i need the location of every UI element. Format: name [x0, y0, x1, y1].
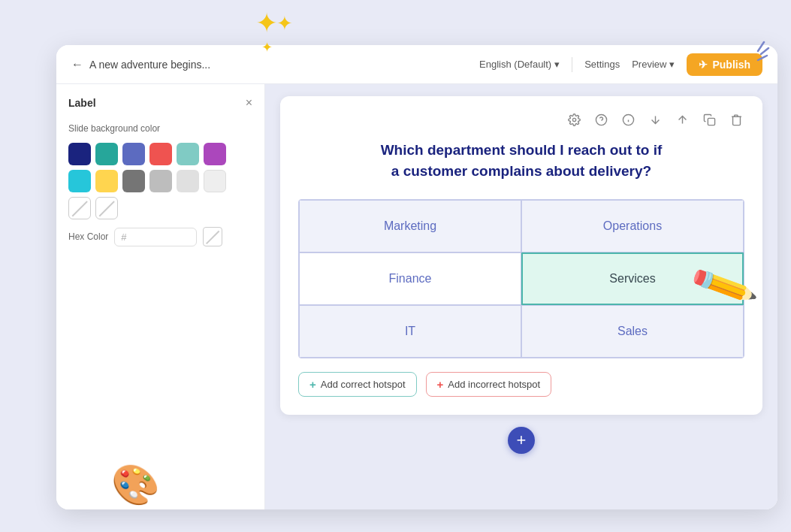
- add-correct-hotspot-button[interactable]: + Add correct hotspot: [298, 372, 417, 397]
- color-swatch-purple[interactable]: [204, 143, 226, 165]
- svg-point-3: [572, 118, 575, 121]
- hotspot-cell-operations[interactable]: Operations: [521, 200, 744, 252]
- content-area: Which department should I reach out to i…: [265, 84, 777, 509]
- color-swatch-red-pink[interactable]: [149, 143, 172, 165]
- color-swatch-teal[interactable]: [95, 143, 118, 165]
- header: ← A new adventure begins... English (Def…: [56, 45, 777, 84]
- move-up-icon[interactable]: [674, 111, 690, 128]
- move-down-icon[interactable]: [647, 111, 663, 128]
- sidebar-title: Label: [68, 97, 96, 109]
- settings-link[interactable]: Settings: [584, 59, 620, 70]
- color-swatch-medium-blue[interactable]: [122, 143, 145, 165]
- info-icon[interactable]: [620, 111, 636, 128]
- add-incorrect-hotspot-button[interactable]: + Add incorrect hotspot: [426, 372, 552, 397]
- color-swatch-near-white[interactable]: [204, 170, 226, 192]
- color-swatch-yellow[interactable]: [95, 170, 118, 192]
- hotspot-cell-it[interactable]: IT: [299, 305, 521, 358]
- svg-rect-11: [708, 118, 714, 125]
- hotspot-cell-sales[interactable]: Sales: [521, 305, 744, 358]
- help-icon[interactable]: [593, 111, 609, 128]
- plus-icon-correct: +: [309, 378, 316, 391]
- slide-toolbar: [298, 111, 744, 128]
- delete-icon[interactable]: [728, 111, 744, 128]
- close-button[interactable]: ×: [246, 96, 252, 110]
- color-swatch-cyan[interactable]: [68, 170, 91, 192]
- hotspot-cell-finance[interactable]: Finance: [299, 252, 521, 305]
- plus-icon-incorrect: +: [437, 378, 444, 391]
- add-correct-label: Add correct hotspot: [321, 379, 406, 390]
- decoration-stars: ✦: [255, 8, 278, 39]
- settings-icon[interactable]: [566, 111, 582, 128]
- color-swatch-light-teal[interactable]: [177, 143, 199, 165]
- body: Label × Slide background color: [56, 84, 777, 509]
- color-swatch-very-light-gray[interactable]: [177, 170, 199, 192]
- header-left: ← A new adventure begins...: [71, 58, 210, 71]
- slide-card: Which department should I reach out to i…: [280, 96, 762, 415]
- hotspot-cell-marketing[interactable]: Marketing: [299, 200, 521, 252]
- hex-input-wrapper: #: [114, 228, 196, 246]
- decoration-star-2: ✦: [276, 12, 293, 35]
- hex-input[interactable]: [130, 231, 190, 243]
- back-button[interactable]: ←: [71, 58, 83, 71]
- page-title: A new adventure begins...: [89, 59, 210, 71]
- hotspot-buttons: + Add correct hotspot + Add incorrect ho…: [298, 372, 744, 397]
- header-right: English (Default) ▾ Settings Preview ▾ ✈…: [479, 53, 762, 76]
- hex-hash: #: [121, 231, 126, 243]
- publish-button[interactable]: ✈ Publish: [687, 53, 762, 76]
- question-text: Which department should I reach out to i…: [298, 140, 744, 181]
- color-swatch-transparent-1[interactable]: [68, 197, 91, 219]
- preview-button[interactable]: Preview ▾: [632, 59, 675, 70]
- publish-icon: ✈: [699, 59, 708, 71]
- hotspot-grid: Marketing Operations Finance Services IT…: [298, 199, 744, 358]
- hotspot-cell-services[interactable]: Services: [521, 252, 744, 305]
- sidebar-header: Label ×: [68, 96, 252, 110]
- color-grid: [68, 143, 252, 219]
- sidebar: Label × Slide background color: [56, 84, 265, 509]
- background-section-label: Slide background color: [68, 123, 252, 134]
- duplicate-icon[interactable]: [701, 111, 717, 128]
- color-swatch-dark-navy[interactable]: [68, 143, 91, 165]
- hex-label: Hex Color: [68, 231, 108, 242]
- add-incorrect-label: Add incorrect hotspot: [448, 379, 540, 390]
- color-swatch-dark-gray[interactable]: [122, 170, 145, 192]
- hex-color-row: Hex Color #: [68, 227, 252, 246]
- language-selector[interactable]: English (Default) ▾: [479, 59, 560, 70]
- add-slide-button[interactable]: +: [508, 427, 535, 454]
- bottom-add-section: +: [508, 427, 535, 454]
- main-window: ← A new adventure begins... English (Def…: [56, 45, 777, 509]
- color-swatch-transparent-2[interactable]: [95, 197, 118, 219]
- color-swatch-light-gray[interactable]: [149, 170, 172, 192]
- hex-preview-swatch: [203, 227, 222, 246]
- header-divider: [572, 57, 572, 72]
